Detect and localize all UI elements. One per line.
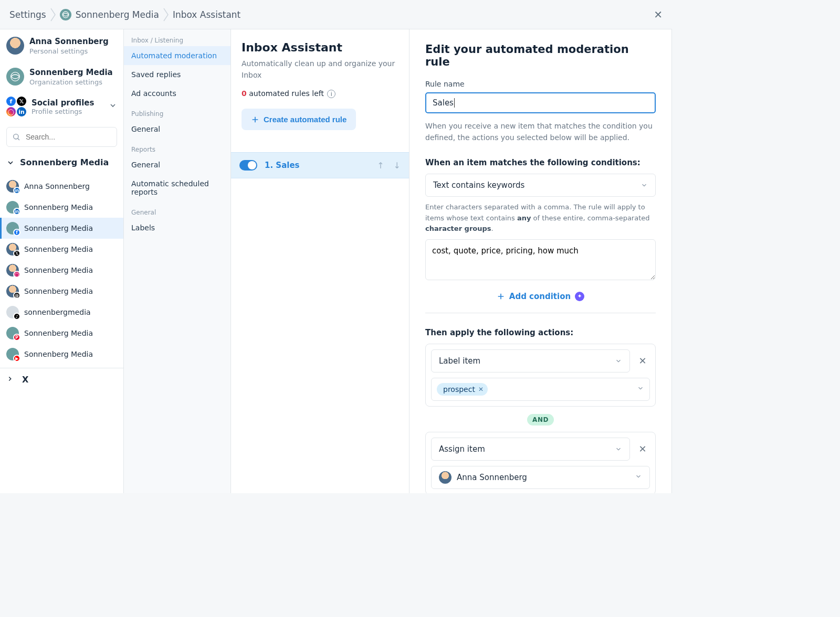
nav-labels[interactable]: Labels [124, 218, 230, 237]
chip-remove-icon[interactable]: ✕ [478, 386, 484, 393]
profile-label: Sonnenberg Media [24, 350, 93, 358]
add-condition-button[interactable]: Add condition ✦ [425, 292, 656, 301]
search-input[interactable] [6, 127, 117, 147]
user-name: Anna Sonnenberg [29, 37, 109, 46]
social-sub: Profile settings [32, 108, 94, 115]
profile-label: Sonnenberg Media [24, 224, 93, 232]
profile-list: in Anna Sonnenberg in Sonnenberg Media f… [0, 173, 123, 368]
action-block-1: Label item ✕ prospect ✕ [425, 344, 656, 407]
profile-item[interactable]: @ Sonnenberg Media [0, 281, 123, 302]
org-sub: Organization settings [29, 78, 113, 86]
close-icon[interactable]: ✕ [654, 8, 663, 21]
profile-item[interactable]: ◯ Sonnenberg Media [0, 260, 123, 281]
profile-avatar: 𝕏 [6, 243, 19, 256]
search-field[interactable] [25, 132, 119, 142]
action2-select[interactable]: Assign item [431, 438, 630, 461]
linkedin-icon: in [13, 208, 20, 215]
personal-settings[interactable]: Anna Sonnenberg Personal settings [0, 29, 123, 60]
chevron-down-icon [640, 182, 648, 189]
chevron-right-icon [46, 0, 60, 29]
pinterest-icon: P [13, 334, 20, 341]
rules-count: 0 [242, 89, 247, 98]
nav-group: General [124, 201, 230, 218]
plus-icon [251, 115, 259, 124]
breadcrumb-bar: Settings Sonnenberg Media Inbox Assistan… [0, 0, 672, 29]
profile-label: Sonnenberg Media [24, 245, 93, 253]
svg-point-0 [62, 12, 69, 18]
chevron-right-icon[interactable] [6, 375, 14, 385]
profile-avatar: in [6, 180, 19, 193]
breadcrumb-settings[interactable]: Settings [9, 9, 46, 20]
user-avatar [439, 471, 452, 484]
profile-label: Sonnenberg Media [24, 266, 93, 274]
chevron-down-icon[interactable] [637, 384, 644, 394]
profile-avatar: P [6, 327, 19, 339]
info-icon[interactable]: i [327, 90, 335, 98]
breadcrumb-org[interactable]: Sonnenberg Media [60, 9, 159, 20]
nav-saved-replies[interactable]: Saved replies [124, 65, 230, 84]
rule-toggle[interactable] [239, 160, 257, 171]
profile-item[interactable]: ▶ Sonnenberg Media [0, 344, 123, 365]
rule-row[interactable]: 1. Sales ↑ ↓ [231, 152, 409, 178]
condition-select-label: Text contains keywords [433, 180, 524, 190]
x-icon: 𝕏 [17, 97, 26, 106]
and-label: AND [527, 414, 554, 425]
profile-item[interactable]: f Sonnenberg Media [0, 218, 123, 239]
ai-star-icon: ✦ [575, 292, 584, 301]
text-cursor [454, 98, 455, 108]
nav-publishing-general[interactable]: General [124, 120, 230, 139]
social-icons-group: f 𝕏 ◯ in [6, 97, 26, 116]
org-name: Sonnenberg Media [29, 68, 113, 77]
nav-reports-general[interactable]: General [124, 155, 230, 174]
keywords-input[interactable]: cost, quote, price, pricing, how much [425, 239, 656, 280]
profile-avatar: ♪ [6, 306, 19, 318]
footer-close-all[interactable]: X [22, 375, 28, 385]
label-chip-input[interactable]: prospect ✕ [431, 378, 650, 401]
svg-point-1 [11, 72, 20, 81]
move-up-icon[interactable]: ↑ [377, 161, 384, 171]
conditions-heading: When an item matches the following condi… [425, 158, 656, 167]
create-rule-button[interactable]: Create automated rule [242, 109, 356, 130]
nav-ad-accounts[interactable]: Ad accounts [124, 84, 230, 103]
panel-desc: Automatically clean up and organize your… [242, 58, 398, 81]
profile-item[interactable]: 𝕏 Sonnenberg Media [0, 239, 123, 260]
nav-automated-moderation[interactable]: Automated moderation [124, 46, 230, 65]
create-rule-label: Create automated rule [264, 115, 346, 124]
nav-reports-scheduled[interactable]: Automatic scheduled reports [124, 174, 230, 201]
social-profiles[interactable]: f 𝕏 ◯ in Social profiles Profile setting… [0, 91, 123, 122]
add-condition-label: Add condition [509, 292, 571, 301]
action1-select[interactable]: Label item [431, 349, 630, 373]
rule-name: 1. Sales [265, 161, 300, 170]
instagram-icon: ◯ [13, 271, 20, 278]
org-selector-label: Sonnenberg Media [20, 157, 109, 167]
move-down-icon[interactable]: ↓ [394, 161, 401, 171]
remove-action-icon[interactable]: ✕ [635, 355, 650, 366]
profile-label: Sonnenberg Media [24, 203, 93, 211]
x-icon: 𝕏 [13, 250, 20, 257]
breadcrumb-org-label: Sonnenberg Media [76, 9, 159, 20]
svg-point-2 [14, 134, 18, 139]
remove-action-icon[interactable]: ✕ [635, 443, 650, 454]
assignee-select[interactable]: Anna Sonnenberg [431, 466, 650, 489]
rule-name-value: Sales [433, 98, 454, 108]
nav-group: Reports [124, 139, 230, 155]
rule-name-input[interactable]: Sales [425, 92, 656, 113]
rule-name-label: Rule name [425, 80, 656, 88]
profile-label: Sonnenberg Media [24, 329, 93, 337]
condition-select[interactable]: Text contains keywords [425, 174, 656, 197]
org-settings[interactable]: Sonnenberg Media Organization settings [0, 60, 123, 91]
chevron-down-icon [635, 473, 642, 482]
instagram-icon: ◯ [6, 107, 16, 116]
footer-actions: X [0, 368, 123, 391]
profile-avatar: f [6, 222, 19, 235]
chevron-down-icon[interactable] [109, 101, 117, 112]
profile-label: Anna Sonnenberg [24, 182, 90, 190]
profile-label: sonnenbergmedia [24, 308, 91, 316]
profile-item[interactable]: in Sonnenberg Media [0, 197, 123, 218]
org-selector[interactable]: Sonnenberg Media [0, 152, 123, 173]
profile-item[interactable]: in Anna Sonnenberg [0, 176, 123, 197]
action-block-2: Assign item ✕ Anna Sonnenberg [425, 432, 656, 493]
profile-item[interactable]: ♪ sonnenbergmedia [0, 302, 123, 323]
profile-item[interactable]: P Sonnenberg Media [0, 323, 123, 344]
actions-heading: Then apply the following actions: [425, 328, 656, 337]
